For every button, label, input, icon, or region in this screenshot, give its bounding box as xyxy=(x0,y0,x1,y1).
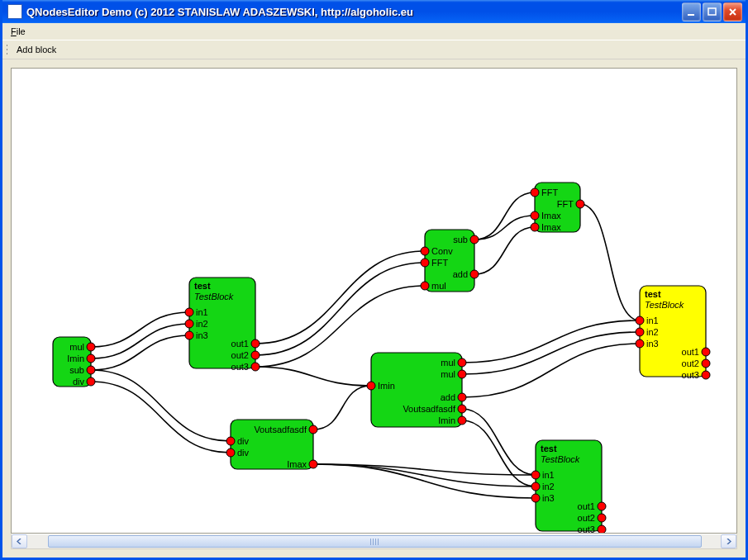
scroll-track[interactable] xyxy=(27,534,721,548)
port[interactable] xyxy=(636,328,644,336)
port[interactable] xyxy=(309,460,317,468)
connection[interactable] xyxy=(580,204,640,320)
port[interactable] xyxy=(531,188,539,197)
node-n7[interactable]: testTestBlockin1in2in3out1out2out3 xyxy=(636,286,710,380)
port[interactable] xyxy=(598,502,606,510)
port[interactable] xyxy=(185,320,193,328)
port[interactable] xyxy=(309,425,317,434)
port[interactable] xyxy=(702,348,710,356)
port-label: add xyxy=(441,392,455,402)
port[interactable] xyxy=(531,211,539,220)
port[interactable] xyxy=(470,270,479,278)
port-label: Imin xyxy=(378,381,395,391)
horizontal-scrollbar[interactable] xyxy=(11,534,737,549)
port[interactable] xyxy=(226,448,235,457)
port-label: in3 xyxy=(646,339,659,349)
port[interactable] xyxy=(636,316,644,325)
toolbar-grip[interactable] xyxy=(6,44,8,55)
connection[interactable] xyxy=(255,367,371,386)
connection[interactable] xyxy=(255,251,425,344)
port[interactable] xyxy=(458,358,466,367)
port[interactable] xyxy=(636,339,644,348)
port[interactable] xyxy=(185,308,193,316)
port[interactable] xyxy=(531,482,540,491)
port[interactable] xyxy=(87,377,95,386)
port[interactable] xyxy=(531,223,539,231)
client-area: mulIminsubdivtestTestBlockin1in2in3out1o… xyxy=(2,59,746,558)
node-canvas[interactable]: mulIminsubdivtestTestBlockin1in2in3out1o… xyxy=(11,68,737,534)
port-label: sub xyxy=(453,235,468,244)
connection[interactable] xyxy=(313,386,371,429)
port-label: mul xyxy=(441,358,455,368)
port-label: Imin xyxy=(438,415,455,425)
toolbar: Add block xyxy=(2,40,746,59)
port-label: mul xyxy=(431,281,446,291)
port[interactable] xyxy=(421,282,429,290)
port[interactable] xyxy=(251,339,260,348)
close-button[interactable] xyxy=(723,2,742,21)
port[interactable] xyxy=(421,259,429,267)
port[interactable] xyxy=(87,354,95,363)
connection[interactable] xyxy=(462,420,536,486)
node-n2[interactable]: VoutsadfasdfdivdivImax xyxy=(226,420,317,469)
node-n5[interactable]: FFTFFTImaxImax xyxy=(531,183,584,232)
port[interactable] xyxy=(226,437,235,445)
port[interactable] xyxy=(598,514,606,522)
connection[interactable] xyxy=(462,320,640,363)
connection[interactable] xyxy=(313,464,536,486)
scroll-thumb-grip xyxy=(370,539,379,545)
port[interactable] xyxy=(458,370,466,378)
titlebar[interactable]: QNodesEditor Demo (c) 2012 STANISLAW ADA… xyxy=(2,0,746,23)
node-subtitle: TestBlock xyxy=(645,300,684,310)
port[interactable] xyxy=(531,494,540,502)
node-n1[interactable]: testTestBlockin1in2in3out1out2out3 xyxy=(185,278,260,372)
graph-svg[interactable]: mulIminsubdivtestTestBlockin1in2in3out1o… xyxy=(12,69,737,534)
connection[interactable] xyxy=(474,227,535,274)
port-label: in1 xyxy=(542,470,555,480)
port[interactable] xyxy=(87,343,95,351)
scroll-left-button[interactable] xyxy=(12,534,27,548)
connection[interactable] xyxy=(462,409,536,475)
connection[interactable] xyxy=(462,344,640,397)
port-label: Voutsadfasdf xyxy=(254,425,307,434)
port[interactable] xyxy=(470,235,479,244)
minimize-button[interactable] xyxy=(682,2,701,21)
node-n3[interactable]: mulmulIminaddVoutsadfasdfImin xyxy=(367,353,466,427)
port[interactable] xyxy=(185,331,193,339)
port[interactable] xyxy=(421,247,429,255)
port[interactable] xyxy=(576,200,584,208)
port[interactable] xyxy=(458,405,466,413)
port-label: div xyxy=(237,448,250,458)
port-label: FFT xyxy=(431,258,448,268)
port-label: Imax xyxy=(541,211,561,221)
port-label: Imax xyxy=(541,222,561,232)
port[interactable] xyxy=(702,359,710,368)
node-n0[interactable]: mulIminsubdiv xyxy=(53,337,95,387)
connection[interactable] xyxy=(91,382,231,453)
scroll-thumb[interactable] xyxy=(48,535,702,548)
port[interactable] xyxy=(458,416,466,425)
port[interactable] xyxy=(251,363,260,371)
connection[interactable] xyxy=(462,332,640,374)
node-title: test xyxy=(194,281,211,291)
port[interactable] xyxy=(702,371,710,379)
connection[interactable] xyxy=(91,370,231,441)
window-title: QNodesEditor Demo (c) 2012 STANISLAW ADA… xyxy=(26,6,682,18)
scroll-right-button[interactable] xyxy=(721,534,736,548)
port[interactable] xyxy=(458,393,466,401)
connection[interactable] xyxy=(255,263,425,355)
connection[interactable] xyxy=(474,216,535,240)
maximize-button[interactable] xyxy=(703,2,722,21)
port-label: Voutsadfasdf xyxy=(403,404,456,414)
node-n6[interactable]: testTestBlockin1in2in3out1out2out3 xyxy=(531,440,606,534)
port[interactable] xyxy=(598,525,606,534)
port[interactable] xyxy=(367,382,375,390)
node-subtitle: TestBlock xyxy=(541,454,580,464)
node-n4[interactable]: subConvFFTaddmul xyxy=(421,230,479,292)
add-block-button[interactable]: Add block xyxy=(12,44,61,55)
port[interactable] xyxy=(87,366,95,374)
minimize-icon xyxy=(687,7,696,17)
port[interactable] xyxy=(531,471,540,479)
port[interactable] xyxy=(251,351,260,359)
menu-file[interactable]: File xyxy=(6,26,31,37)
